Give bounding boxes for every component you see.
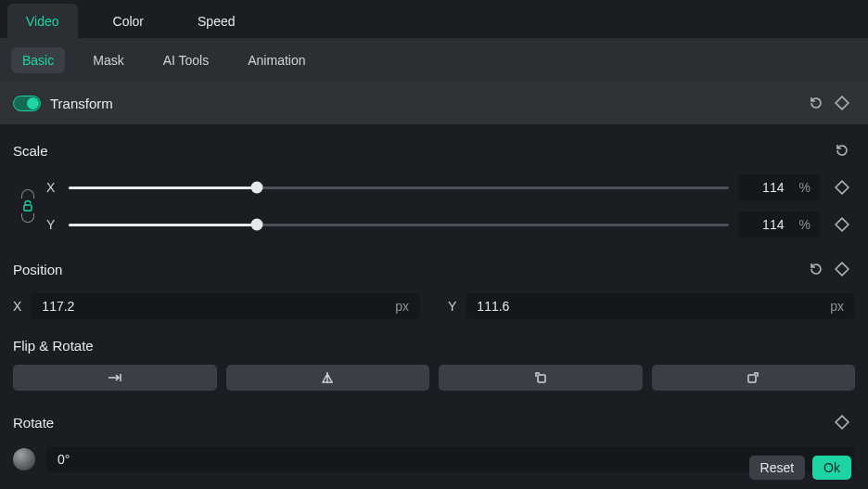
flip-rotate-section: Flip & Rotate <box>13 338 855 391</box>
scale-label: Scale <box>13 143 829 159</box>
rotate-value: 0° <box>57 452 70 467</box>
flip-horizontal-icon <box>108 370 122 385</box>
scale-reset-button[interactable] <box>829 137 855 163</box>
subtab-aitools[interactable]: AI Tools <box>152 47 221 73</box>
scale-x-axis-label: X <box>46 180 59 195</box>
rotate-input[interactable]: 0° <box>46 446 855 472</box>
rotate-ccw-icon <box>533 370 548 385</box>
subtab-mask-label: Mask <box>93 53 123 68</box>
reset-icon <box>809 96 823 110</box>
position-keyframe-button[interactable] <box>829 256 855 282</box>
subtab-animation[interactable]: Animation <box>236 47 316 73</box>
reset-icon <box>835 143 849 158</box>
diamond-icon <box>835 180 849 195</box>
lock-icon <box>21 199 34 212</box>
tab-color[interactable]: Color <box>95 4 162 38</box>
reset-button-label: Reset <box>760 460 795 475</box>
scale-y-slider[interactable] <box>69 217 729 232</box>
transform-keyframe-button[interactable] <box>829 90 855 116</box>
position-reset-button[interactable] <box>803 256 829 282</box>
scale-x-value: 114 <box>747 180 799 195</box>
footer-actions: Reset Ok <box>749 456 851 480</box>
scale-x-value-input[interactable]: 114 % <box>738 174 820 200</box>
position-x-unit: px <box>395 299 409 314</box>
scale-y-unit: % <box>799 217 811 232</box>
transform-toggle[interactable] <box>13 96 41 111</box>
scale-lock[interactable] <box>13 174 43 238</box>
rotate-cw-icon <box>746 370 760 385</box>
flip-horizontal-button[interactable] <box>13 365 217 391</box>
tab-video-label: Video <box>26 14 59 29</box>
transform-reset-button[interactable] <box>803 90 829 116</box>
diamond-icon <box>835 415 849 430</box>
position-x-axis-label: X <box>13 299 21 314</box>
tab-video[interactable]: Video <box>7 4 78 38</box>
transform-title: Transform <box>50 96 803 111</box>
position-x-input[interactable]: 117.2 px <box>31 293 420 319</box>
reset-button[interactable]: Reset <box>749 456 806 480</box>
diamond-icon <box>835 217 849 232</box>
rotate-dial[interactable] <box>13 448 35 470</box>
subtab-animation-label: Animation <box>248 53 305 68</box>
tab-color-label: Color <box>113 14 144 29</box>
scale-x-keyframe-button[interactable] <box>829 174 855 200</box>
scale-x-slider[interactable] <box>69 180 729 195</box>
position-y-unit: px <box>830 299 844 314</box>
position-section: Position X 117.2 px Y 111.6 px <box>13 256 855 319</box>
position-y-input[interactable]: 111.6 px <box>466 293 855 319</box>
scale-y-value: 114 <box>747 217 799 232</box>
diamond-icon <box>835 96 849 110</box>
position-y-axis-label: Y <box>448 299 456 314</box>
rotate-cw-button[interactable] <box>652 365 856 391</box>
rotate-label: Rotate <box>13 415 829 431</box>
reset-icon <box>809 262 823 277</box>
flip-vertical-icon <box>320 370 335 385</box>
subtab-mask[interactable]: Mask <box>82 47 134 73</box>
position-label: Position <box>13 262 803 277</box>
flip-vertical-button[interactable] <box>226 365 430 391</box>
svg-rect-2 <box>748 375 756 382</box>
position-y-value: 111.6 <box>477 299 830 314</box>
link-arc-top-icon <box>21 189 34 199</box>
position-x-value: 117.2 <box>42 299 395 314</box>
scale-y-keyframe-button[interactable] <box>829 212 855 238</box>
subtab-basic[interactable]: Basic <box>11 47 65 73</box>
flip-rotate-label: Flip & Rotate <box>13 338 855 354</box>
subtab-aitools-label: AI Tools <box>163 53 210 68</box>
tab-speed[interactable]: Speed <box>179 4 253 38</box>
rotate-section: Rotate 0° <box>13 409 855 472</box>
ok-button-label: Ok <box>823 460 840 475</box>
scale-y-value-input[interactable]: 114 % <box>738 212 820 238</box>
top-tabs: Video Color Speed <box>0 0 868 38</box>
subtab-basic-label: Basic <box>22 53 54 68</box>
svg-rect-0 <box>24 205 32 211</box>
scale-x-unit: % <box>799 180 811 195</box>
tab-speed-label: Speed <box>198 14 235 29</box>
transform-header: Transform <box>0 82 868 124</box>
scale-y-axis-label: Y <box>46 217 59 232</box>
ok-button[interactable]: Ok <box>812 456 851 480</box>
rotate-keyframe-button[interactable] <box>829 409 855 435</box>
diamond-icon <box>835 262 849 277</box>
rotate-ccw-button[interactable] <box>439 365 643 391</box>
link-arc-bottom-icon <box>21 213 34 223</box>
sub-tabs: Basic Mask AI Tools Animation <box>0 38 868 82</box>
scale-section: Scale X 114 <box>13 137 855 238</box>
svg-rect-1 <box>538 375 545 382</box>
